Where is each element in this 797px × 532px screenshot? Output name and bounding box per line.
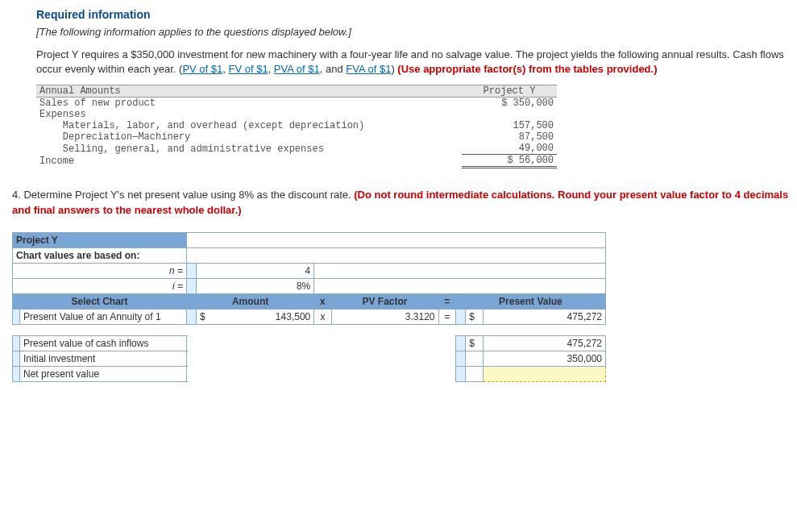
pv-sym: $ [466,309,484,324]
sep2: , [268,63,274,75]
npv-value-input[interactable] [483,366,605,381]
select-chart-dropdown[interactable]: Present Value of an Annuity of 1 [20,309,187,324]
and-text: , and [320,63,347,75]
use-factors-note: (Use appropriate factor(s) from the tabl… [397,63,657,75]
link-fv-of-1[interactable]: FV of $1 [228,63,268,75]
following-info-note: [The following information applies to th… [36,26,789,38]
present-value-output[interactable]: 475,272 [483,309,605,324]
pv-cash-inflows-sym: $ [466,335,484,351]
q4-number: 4. [12,189,23,201]
pv-cash-inflows-value[interactable]: 475,272 [483,335,605,351]
sales-amt: $ 350,000 [462,98,557,110]
col-amount: Amount [187,293,314,309]
npv-label[interactable]: Net present value [20,366,187,381]
income-label: Income [36,155,462,168]
col-select-chart: Select Chart [13,293,187,309]
pv-factor-input[interactable]: 3.3120 [331,309,438,324]
required-info-header: Required information [36,8,789,21]
project-y-title: Project Y [13,232,187,247]
col-pv-factor: PV Factor [331,293,438,309]
chart-values-subtitle: Chart values are based on: [13,247,187,263]
x-cell: x [314,309,331,324]
initial-investment-value[interactable]: 350,000 [483,351,605,366]
i-input[interactable]: 8% [196,278,313,293]
link-fva-of-1[interactable]: FVA of $1 [346,63,391,75]
materials-label: Materials, labor, and overhead (except d… [36,120,462,131]
npv-calc-table: Project Y Chart values are based on: n =… [12,232,606,382]
sga-label: Selling, general, and administrative exp… [36,143,462,155]
col-equals: = [438,293,455,309]
depreciation-label: Depreciation—Machinery [36,131,462,143]
equals-cell: = [438,309,455,324]
materials-amt: 157,500 [462,120,557,131]
project-y-header: Project Y [462,85,557,98]
col-x: x [314,293,331,309]
annual-amounts-header: Annual Amounts [36,85,462,98]
pv-cash-inflows-label[interactable]: Present value of cash inflows [20,335,187,351]
col-present-value: Present Value [455,293,605,309]
expenses-label: Expenses [36,109,462,120]
link-pva-of-1[interactable]: PVA of $1 [274,63,320,75]
q4-text: Determine Project Y's net present value … [23,189,354,201]
initial-investment-label[interactable]: Initial investment [20,351,187,366]
depreciation-amt: 87,500 [462,131,557,143]
problem-paragraph: Project Y requires a $350,000 investment… [36,48,789,77]
sga-amt: 49,000 [462,143,557,155]
annual-amounts-table: Annual Amounts Project Y Sales of new pr… [36,85,557,168]
sales-label: Sales of new product [36,98,462,110]
income-amt: $ 56,000 [462,155,557,168]
i-label: i = [13,278,187,293]
n-label: n = [13,263,187,278]
amount-input[interactable]: $143,500 [196,309,313,324]
n-input[interactable]: 4 [196,263,313,278]
question-4: 4. Determine Project Y's net present val… [12,188,789,217]
link-pv-of-1[interactable]: PV of $1 [182,63,222,75]
